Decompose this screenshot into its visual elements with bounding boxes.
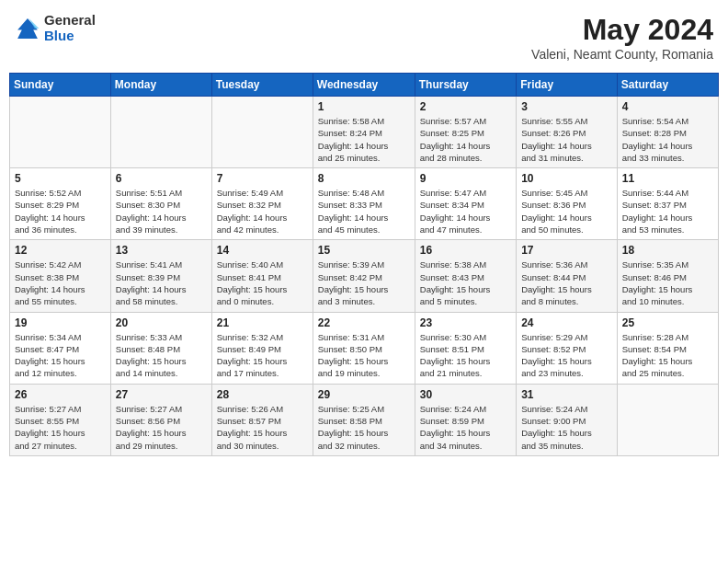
day-number: 26 xyxy=(15,388,106,401)
calendar-cell: 22Sunrise: 5:31 AMSunset: 8:50 PMDayligh… xyxy=(313,312,415,384)
logo: General Blue xyxy=(15,13,96,43)
day-info: Sunrise: 5:27 AMSunset: 8:55 PMDaylight:… xyxy=(15,403,106,452)
day-number: 18 xyxy=(622,244,713,257)
day-info: Sunrise: 5:41 AMSunset: 8:39 PMDaylight:… xyxy=(116,259,207,307)
day-info: Sunrise: 5:58 AMSunset: 8:24 PMDaylight:… xyxy=(318,115,410,164)
day-number: 9 xyxy=(420,172,511,185)
day-info: Sunrise: 5:30 AMSunset: 8:51 PMDaylight:… xyxy=(420,331,511,380)
day-header-wednesday: Wednesday xyxy=(313,74,415,97)
calendar-cell: 27Sunrise: 5:27 AMSunset: 8:56 PMDayligh… xyxy=(110,384,211,455)
month-title: May 2024 xyxy=(531,13,713,47)
day-info: Sunrise: 5:35 AMSunset: 8:46 PMDaylight:… xyxy=(622,259,713,307)
day-info: Sunrise: 5:57 AMSunset: 8:25 PMDaylight:… xyxy=(420,115,511,164)
calendar-table: SundayMondayTuesdayWednesdayThursdayFrid… xyxy=(9,73,719,456)
day-number: 13 xyxy=(116,244,207,257)
day-header-saturday: Saturday xyxy=(617,74,718,97)
day-info: Sunrise: 5:55 AMSunset: 8:26 PMDaylight:… xyxy=(521,115,612,164)
day-number: 2 xyxy=(420,100,511,113)
calendar-cell: 8Sunrise: 5:48 AMSunset: 8:33 PMDaylight… xyxy=(313,168,415,240)
calendar-cell: 20Sunrise: 5:33 AMSunset: 8:48 PMDayligh… xyxy=(110,312,211,384)
day-number: 12 xyxy=(15,244,106,257)
day-info: Sunrise: 5:47 AMSunset: 8:34 PMDaylight:… xyxy=(420,187,511,236)
calendar-cell: 2Sunrise: 5:57 AMSunset: 8:25 PMDaylight… xyxy=(415,97,516,168)
calendar-cell xyxy=(110,97,211,168)
day-info: Sunrise: 5:24 AMSunset: 8:59 PMDaylight:… xyxy=(420,403,511,452)
day-header-tuesday: Tuesday xyxy=(211,74,313,97)
calendar-cell: 31Sunrise: 5:24 AMSunset: 9:00 PMDayligh… xyxy=(517,384,618,455)
calendar-cell: 3Sunrise: 5:55 AMSunset: 8:26 PMDaylight… xyxy=(517,97,618,168)
calendar-cell: 30Sunrise: 5:24 AMSunset: 8:59 PMDayligh… xyxy=(415,384,516,455)
calendar-cell: 19Sunrise: 5:34 AMSunset: 8:47 PMDayligh… xyxy=(10,312,111,384)
day-number: 22 xyxy=(318,316,410,329)
day-info: Sunrise: 5:40 AMSunset: 8:41 PMDaylight:… xyxy=(217,259,308,307)
calendar-header: SundayMondayTuesdayWednesdayThursdayFrid… xyxy=(10,74,719,97)
day-info: Sunrise: 5:54 AMSunset: 8:28 PMDaylight:… xyxy=(622,115,713,164)
week-row-1: 1Sunrise: 5:58 AMSunset: 8:24 PMDaylight… xyxy=(10,97,719,168)
week-row-3: 12Sunrise: 5:42 AMSunset: 8:38 PMDayligh… xyxy=(10,240,719,312)
page-header: General Blue May 2024 Valeni, Neamt Coun… xyxy=(9,9,719,65)
calendar-cell: 7Sunrise: 5:49 AMSunset: 8:32 PMDaylight… xyxy=(211,168,313,240)
day-number: 24 xyxy=(521,316,612,329)
week-row-5: 26Sunrise: 5:27 AMSunset: 8:55 PMDayligh… xyxy=(10,384,719,455)
calendar-cell: 1Sunrise: 5:58 AMSunset: 8:24 PMDaylight… xyxy=(313,97,415,168)
day-number: 20 xyxy=(116,316,207,329)
day-number: 29 xyxy=(318,388,410,401)
day-number: 16 xyxy=(420,244,511,257)
day-info: Sunrise: 5:36 AMSunset: 8:44 PMDaylight:… xyxy=(521,259,612,307)
day-number: 4 xyxy=(622,100,713,113)
week-row-2: 5Sunrise: 5:52 AMSunset: 8:29 PMDaylight… xyxy=(10,168,719,240)
day-info: Sunrise: 5:26 AMSunset: 8:57 PMDaylight:… xyxy=(217,403,308,452)
day-header-sunday: Sunday xyxy=(10,74,111,97)
day-info: Sunrise: 5:31 AMSunset: 8:50 PMDaylight:… xyxy=(318,331,410,380)
calendar-cell xyxy=(617,384,718,455)
calendar-cell: 16Sunrise: 5:38 AMSunset: 8:43 PMDayligh… xyxy=(415,240,516,312)
title-block: May 2024 Valeni, Neamt County, Romania xyxy=(531,13,713,62)
day-info: Sunrise: 5:32 AMSunset: 8:49 PMDaylight:… xyxy=(217,331,308,380)
day-number: 3 xyxy=(521,100,612,113)
calendar-cell: 29Sunrise: 5:25 AMSunset: 8:58 PMDayligh… xyxy=(313,384,415,455)
day-number: 17 xyxy=(521,244,612,257)
day-number: 23 xyxy=(420,316,511,329)
logo-icon xyxy=(15,16,40,41)
svg-marker-0 xyxy=(17,18,38,39)
day-info: Sunrise: 5:28 AMSunset: 8:54 PMDaylight:… xyxy=(622,331,713,380)
day-info: Sunrise: 5:38 AMSunset: 8:43 PMDaylight:… xyxy=(420,259,511,307)
day-number: 6 xyxy=(116,172,207,185)
day-info: Sunrise: 5:27 AMSunset: 8:56 PMDaylight:… xyxy=(116,403,207,452)
calendar-cell: 13Sunrise: 5:41 AMSunset: 8:39 PMDayligh… xyxy=(110,240,211,312)
day-number: 21 xyxy=(217,316,308,329)
calendar-cell: 17Sunrise: 5:36 AMSunset: 8:44 PMDayligh… xyxy=(517,240,618,312)
calendar-cell: 6Sunrise: 5:51 AMSunset: 8:30 PMDaylight… xyxy=(110,168,211,240)
calendar-cell: 28Sunrise: 5:26 AMSunset: 8:57 PMDayligh… xyxy=(211,384,313,455)
calendar-cell: 21Sunrise: 5:32 AMSunset: 8:49 PMDayligh… xyxy=(211,312,313,384)
calendar-cell: 25Sunrise: 5:28 AMSunset: 8:54 PMDayligh… xyxy=(617,312,718,384)
day-info: Sunrise: 5:44 AMSunset: 8:37 PMDaylight:… xyxy=(622,187,713,236)
week-row-4: 19Sunrise: 5:34 AMSunset: 8:47 PMDayligh… xyxy=(10,312,719,384)
day-header-monday: Monday xyxy=(110,74,211,97)
day-number: 14 xyxy=(217,244,308,257)
day-info: Sunrise: 5:49 AMSunset: 8:32 PMDaylight:… xyxy=(217,187,308,236)
logo-general-text: General xyxy=(44,13,96,29)
day-info: Sunrise: 5:25 AMSunset: 8:58 PMDaylight:… xyxy=(318,403,410,452)
day-number: 15 xyxy=(318,244,410,257)
day-number: 19 xyxy=(15,316,106,329)
logo-blue-text: Blue xyxy=(44,29,96,44)
calendar-cell: 23Sunrise: 5:30 AMSunset: 8:51 PMDayligh… xyxy=(415,312,516,384)
day-info: Sunrise: 5:29 AMSunset: 8:52 PMDaylight:… xyxy=(521,331,612,380)
calendar-cell: 18Sunrise: 5:35 AMSunset: 8:46 PMDayligh… xyxy=(617,240,718,312)
day-info: Sunrise: 5:52 AMSunset: 8:29 PMDaylight:… xyxy=(15,187,106,236)
day-info: Sunrise: 5:51 AMSunset: 8:30 PMDaylight:… xyxy=(116,187,207,236)
calendar-cell: 26Sunrise: 5:27 AMSunset: 8:55 PMDayligh… xyxy=(10,384,111,455)
calendar-body: 1Sunrise: 5:58 AMSunset: 8:24 PMDaylight… xyxy=(10,97,719,456)
calendar-cell: 9Sunrise: 5:47 AMSunset: 8:34 PMDaylight… xyxy=(415,168,516,240)
days-of-week-row: SundayMondayTuesdayWednesdayThursdayFrid… xyxy=(10,74,719,97)
day-number: 31 xyxy=(521,388,612,401)
calendar-cell: 11Sunrise: 5:44 AMSunset: 8:37 PMDayligh… xyxy=(617,168,718,240)
day-info: Sunrise: 5:33 AMSunset: 8:48 PMDaylight:… xyxy=(116,331,207,380)
day-info: Sunrise: 5:39 AMSunset: 8:42 PMDaylight:… xyxy=(318,259,410,307)
day-number: 8 xyxy=(318,172,410,185)
day-info: Sunrise: 5:34 AMSunset: 8:47 PMDaylight:… xyxy=(15,331,106,380)
logo-text: General Blue xyxy=(44,13,96,43)
day-info: Sunrise: 5:24 AMSunset: 9:00 PMDaylight:… xyxy=(521,403,612,452)
day-number: 28 xyxy=(217,388,308,401)
